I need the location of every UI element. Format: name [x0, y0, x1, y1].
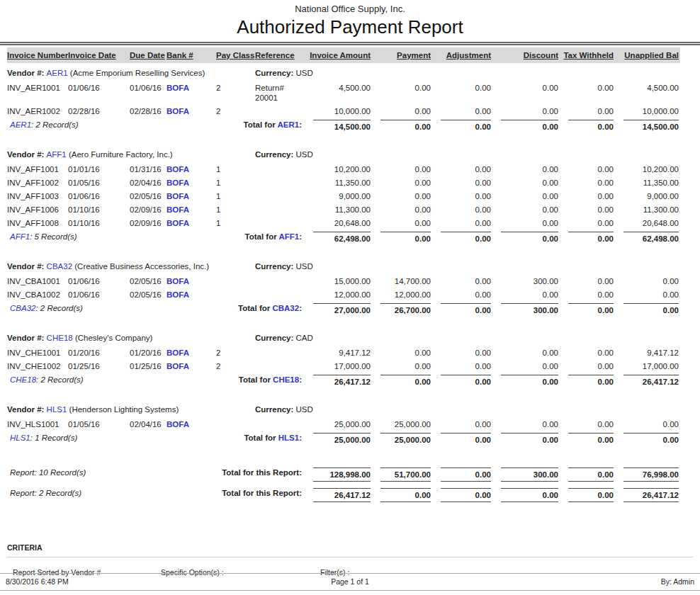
group-total-amount: 0.00 [441, 120, 491, 132]
amount-cell: 0.00 [492, 162, 560, 176]
amount-cell: 4,500.00 [305, 81, 372, 104]
amount-cell: 12,000.00 [372, 288, 432, 301]
bank-link[interactable]: BOFA [166, 165, 189, 174]
bank-link[interactable]: BOFA [166, 290, 189, 299]
group-total-amount-cell: 62,498.00 [305, 230, 372, 245]
total-for-label: Total for [244, 232, 278, 241]
report-total-amount-cell: 0.00 [372, 485, 432, 502]
group-total-amount-cell: 0.00 [492, 373, 560, 388]
amount-cell: 0.00 [560, 176, 615, 189]
report-record-count-cell: Report: 10 Record(s) [7, 465, 166, 482]
group-total-label: Total for CHE18: [166, 373, 305, 388]
invoice-number-cell: INV_AFF1003 [7, 189, 68, 203]
group-total-amount-cell: 0.00 [492, 118, 560, 133]
report-total-label: Total for this Report: [166, 465, 305, 482]
criteria-heading: CRITERIA [7, 543, 693, 557]
footer-by: By: Admin [465, 577, 694, 586]
amount-cell: 17,000.00 [615, 359, 680, 373]
company-name: National Office Supply, Inc. [0, 4, 700, 15]
report-total-amount: 0.00 [568, 488, 614, 502]
report-header: National Office Supply, Inc. Authorized … [0, 0, 700, 38]
report-record-count: Report: 10 Record(s) [10, 468, 86, 477]
pay-class-cell [216, 288, 255, 301]
invoice-row: INV_CBA100201/06/1602/05/16BOFA12,000.00… [7, 288, 680, 301]
invoice-number-cell: INV_AFF1008 [7, 216, 68, 230]
group-total-amount-cell: 26,700.00 [372, 301, 432, 317]
vendor-code-link[interactable]: CHE18 [47, 334, 73, 342]
record-count-text: : 2 Record(s) [36, 375, 83, 384]
vendor-code-link[interactable]: AER1 [47, 69, 68, 77]
record-count-cell: CBA32: 2 Record(s) [7, 301, 166, 317]
bank-link[interactable]: BOFA [166, 178, 189, 187]
bank-link[interactable]: BOFA [166, 84, 189, 92]
report-total-amount-cell: 0.00 [432, 465, 492, 482]
bank-link[interactable]: BOFA [166, 192, 189, 200]
record-count-text: : 1 Record(s) [30, 434, 77, 442]
currency-label: Currency: [255, 405, 296, 414]
amount-cell: 10,200.00 [615, 162, 680, 176]
amount-cell: 300.00 [492, 274, 560, 288]
vendor-number-label: Vendor #: [7, 262, 47, 271]
group-total-amount-cell: 0.00 [372, 118, 432, 133]
bank-link[interactable]: BOFA [166, 362, 189, 370]
group-total-amount-cell: 0.00 [560, 431, 615, 446]
invoice-date-cell: 01/06/16 [68, 81, 130, 104]
column-header: Payment [372, 47, 432, 63]
amount-cell: 0.00 [492, 346, 560, 359]
group-total-amount-cell: 0.00 [560, 230, 615, 245]
group-total-amount: 0.00 [380, 375, 431, 387]
bank-link[interactable]: BOFA [166, 219, 189, 227]
invoice-date-cell: 01/25/16 [68, 359, 130, 373]
record-count-cell: AER1: 2 Record(s) [7, 118, 166, 133]
amount-cell: 0.00 [432, 176, 492, 189]
pay-class-cell: 2 [216, 346, 255, 359]
bank-link[interactable]: BOFA [166, 205, 189, 214]
amount-cell: 0.00 [492, 288, 560, 301]
group-total-amount: 0.00 [380, 232, 431, 244]
amount-cell: 9,000.00 [305, 189, 372, 203]
amount-cell: 11,350.00 [615, 176, 680, 189]
report-total-amount: 300.00 [501, 468, 558, 482]
amount-cell: 14,700.00 [372, 274, 432, 288]
bank-link[interactable]: BOFA [166, 277, 189, 285]
amount-cell: 0.00 [560, 203, 615, 216]
vendor-code-link[interactable]: AFF1 [47, 150, 67, 159]
bank-link[interactable]: BOFA [166, 107, 189, 115]
amount-cell: 0.00 [432, 189, 492, 203]
spacer-row [7, 446, 680, 465]
vendor-code-link[interactable]: HLS1 [47, 405, 67, 414]
record-count-cell: AFF1: 5 Record(s) [7, 230, 166, 245]
group-total-amount-cell: 0.00 [492, 431, 560, 446]
footer-datetime: 8/30/2016 6:48 PM [6, 577, 235, 586]
amount-cell: 11,300.00 [615, 203, 680, 216]
due-date-cell: 02/04/16 [130, 176, 166, 189]
amount-cell: 0.00 [492, 81, 560, 104]
bank-link[interactable]: BOFA [166, 420, 189, 429]
invoice-date-cell: 01/05/16 [68, 176, 130, 189]
bank-cell: BOFA [166, 288, 216, 301]
amount-cell: 0.00 [560, 189, 615, 203]
report-total-amount-cell: 26,417.12 [305, 485, 372, 502]
total-report-label: Total for this Report: [222, 468, 302, 477]
vendor-code-link[interactable]: CBA32 [47, 262, 72, 271]
currency-cell: Currency: USD [255, 63, 680, 81]
column-header: Invoice Amount [305, 47, 372, 63]
group-total-amount-cell: 27,000.00 [305, 301, 372, 317]
title-divider [0, 42, 700, 45]
invoice-row: INV_AFF100601/10/1602/09/16BOFA111,300.0… [7, 203, 680, 216]
group-total-amount: 14,500.00 [623, 120, 679, 132]
record-count-cell: HLS1: 1 Record(s) [7, 431, 166, 446]
amount-cell: 0.00 [372, 81, 432, 104]
pay-class-cell: 1 [216, 189, 255, 203]
total-for-label: Total for [238, 304, 272, 312]
column-header: Reference [255, 47, 305, 63]
amount-cell: 0.00 [615, 417, 680, 431]
invoice-date-cell: 01/01/16 [68, 162, 130, 176]
column-header-row: Invoice NumberInvoice DateDue DateBank #… [7, 47, 680, 63]
currency-value: USD [296, 150, 313, 159]
group-total-amount-cell: 0.00 [560, 301, 615, 317]
bank-link[interactable]: BOFA [166, 348, 189, 357]
amount-cell: 0.00 [560, 359, 615, 373]
report-total-amount-cell: 0.00 [560, 465, 615, 482]
amount-cell: 0.00 [432, 81, 492, 104]
